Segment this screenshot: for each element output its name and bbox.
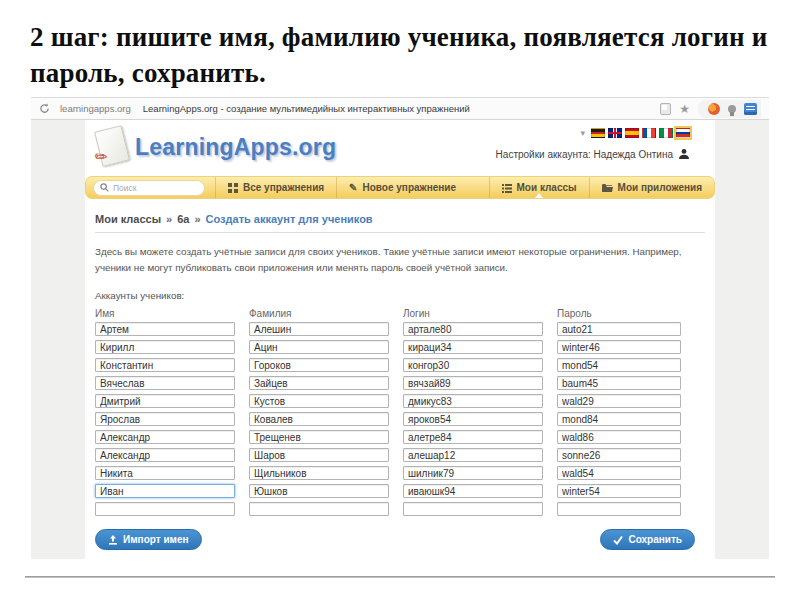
login-input[interactable] <box>403 466 543 480</box>
french-flag[interactable] <box>642 128 656 138</box>
student-row <box>95 376 705 390</box>
pencil-icon: ✎ <box>349 182 357 193</box>
login-input[interactable] <box>403 484 543 498</box>
reload-icon[interactable] <box>39 103 50 114</box>
password-input[interactable] <box>557 484 681 498</box>
chevron-down-icon[interactable]: ▾ <box>580 128 585 138</box>
name-input[interactable] <box>95 502 235 516</box>
name-input[interactable] <box>95 394 235 408</box>
menu-item-label: Мои классы <box>517 182 577 193</box>
column-header-login: Логин <box>403 308 543 319</box>
account-settings[interactable]: Настройки аккаунта: Надежда Онтина <box>496 148 690 160</box>
surname-input[interactable] <box>249 322 389 336</box>
spanish-flag[interactable] <box>625 128 639 138</box>
password-input[interactable] <box>557 448 681 462</box>
star-icon[interactable]: ★ <box>679 103 690 115</box>
surname-input[interactable] <box>249 358 389 372</box>
paper-pencil-logo-icon: ✎ <box>95 126 131 172</box>
webpage-background: ✎ LearningApps.org ▾ Настройки аккаунта:… <box>31 120 769 559</box>
breadcrumb-current[interactable]: Создать аккаунт для учеников <box>206 213 373 225</box>
menu-item-label: Новое упражнение <box>363 182 457 193</box>
student-row <box>95 358 705 372</box>
import-names-button[interactable]: Импорт имен <box>95 529 202 550</box>
name-input[interactable] <box>95 376 235 390</box>
login-input[interactable] <box>403 448 543 462</box>
main-menu-bar: Все упражнения ✎ Новое упражнение Мои кл… <box>85 176 715 199</box>
login-input[interactable] <box>403 358 543 372</box>
student-row <box>95 394 705 408</box>
surname-input[interactable] <box>249 502 389 516</box>
name-input[interactable] <box>95 430 235 444</box>
menu-item-my-apps[interactable]: Мои приложения <box>589 177 714 198</box>
student-row <box>95 430 705 444</box>
name-input[interactable] <box>95 484 235 498</box>
surname-input[interactable] <box>249 448 389 462</box>
browser-window: learningapps.org LearningApps.org - созд… <box>31 97 769 559</box>
password-input[interactable] <box>557 394 681 408</box>
list-icon <box>502 183 512 193</box>
student-row <box>95 340 705 354</box>
device-icon[interactable] <box>660 103 671 115</box>
surname-input[interactable] <box>249 376 389 390</box>
surname-input[interactable] <box>249 466 389 480</box>
site-logo[interactable]: ✎ LearningApps.org <box>95 126 336 172</box>
student-row <box>95 448 705 462</box>
name-input[interactable] <box>95 340 235 354</box>
slide: 2 шаг: пишите имя, фамилию ученика, появ… <box>0 0 800 600</box>
orange-extension-icon[interactable] <box>708 103 720 115</box>
password-input[interactable] <box>557 502 681 516</box>
name-input[interactable] <box>95 322 235 336</box>
name-input[interactable] <box>95 358 235 372</box>
lightbulb-icon[interactable] <box>728 105 736 113</box>
russian-flag[interactable] <box>676 128 690 138</box>
login-input[interactable] <box>403 430 543 444</box>
header-right: ▾ Настройки аккаунта: Надежда Онтина <box>496 128 690 160</box>
login-input[interactable] <box>403 376 543 390</box>
account-settings-label: Настройки аккаунта: Надежда Онтина <box>496 149 673 160</box>
student-table: Имя Фамилия Логин Пароль <box>95 308 705 516</box>
breadcrumb-root[interactable]: Мои классы <box>95 213 161 225</box>
site-header: ✎ LearningApps.org ▾ Настройки аккаунта:… <box>85 120 715 176</box>
menu-item-new-exercise[interactable]: ✎ Новое упражнение <box>336 177 468 198</box>
german-flag[interactable] <box>591 128 605 138</box>
login-input[interactable] <box>403 502 543 516</box>
login-input[interactable] <box>403 394 543 408</box>
uk-flag[interactable] <box>608 128 622 138</box>
student-row <box>95 484 705 498</box>
extensions-area <box>698 100 761 118</box>
password-input[interactable] <box>557 376 681 390</box>
password-input[interactable] <box>557 430 681 444</box>
login-input[interactable] <box>403 412 543 426</box>
menu-item-my-classes[interactable]: Мои классы <box>489 177 589 198</box>
italian-flag[interactable] <box>659 128 673 138</box>
language-switcher: ▾ <box>580 128 690 138</box>
blue-extension-icon[interactable] <box>744 103 757 115</box>
password-input[interactable] <box>557 340 681 354</box>
password-input[interactable] <box>557 358 681 372</box>
student-table-rows <box>95 322 705 516</box>
surname-input[interactable] <box>249 340 389 354</box>
surname-input[interactable] <box>249 430 389 444</box>
upload-icon <box>108 535 118 545</box>
menu-item-all-exercises[interactable]: Все упражнения <box>215 177 336 198</box>
surname-input[interactable] <box>249 394 389 408</box>
name-input[interactable] <box>95 448 235 462</box>
breadcrumb-class[interactable]: 6а <box>177 213 189 225</box>
surname-input[interactable] <box>249 412 389 426</box>
column-header-password: Пароль <box>557 308 681 319</box>
menu-item-label: Мои приложения <box>618 182 702 193</box>
password-input[interactable] <box>557 412 681 426</box>
name-input[interactable] <box>95 412 235 426</box>
save-button[interactable]: Сохранить <box>600 529 695 550</box>
address-url[interactable]: learningapps.org <box>60 103 131 114</box>
browser-toolbar: learningapps.org LearningApps.org - созд… <box>31 97 769 120</box>
login-input[interactable] <box>403 340 543 354</box>
search-input[interactable] <box>113 183 198 193</box>
password-input[interactable] <box>557 466 681 480</box>
surname-input[interactable] <box>249 484 389 498</box>
login-input[interactable] <box>403 322 543 336</box>
password-input[interactable] <box>557 322 681 336</box>
name-input[interactable] <box>95 466 235 480</box>
page-description: Здесь вы можете создать учётные записи д… <box>95 244 703 275</box>
slide-footer-divider <box>25 576 775 578</box>
